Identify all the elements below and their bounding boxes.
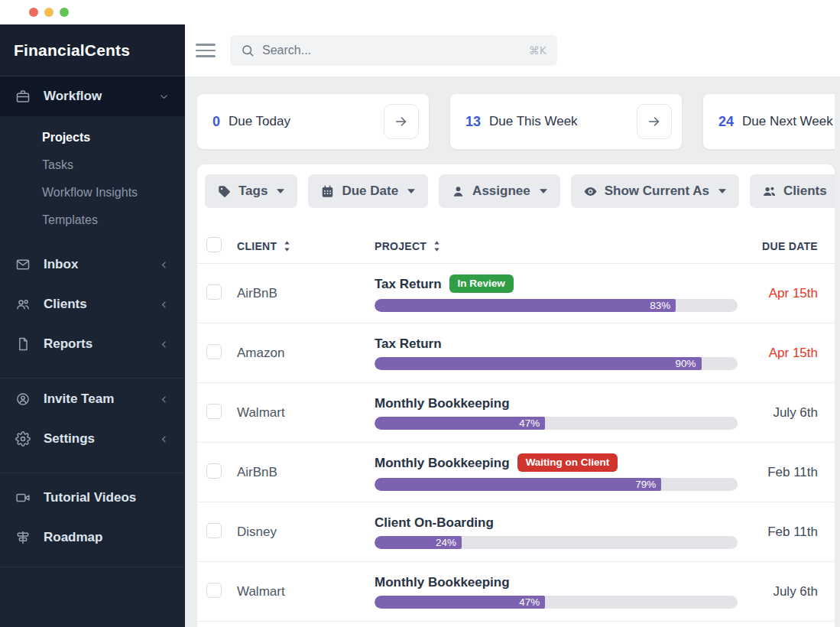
card-count: 13 [465, 114, 481, 130]
column-header-due-date[interactable]: DUE DATE [738, 240, 835, 252]
minimize-window-icon[interactable] [44, 8, 54, 17]
project-title[interactable]: Tax Return [375, 277, 442, 292]
person-icon [15, 391, 31, 407]
sidebar-item-workflow[interactable]: Workflow [0, 76, 185, 116]
sidebar-item-invite-team[interactable]: Invite Team [0, 379, 185, 419]
project-title[interactable]: Client On-Boarding [375, 515, 494, 531]
client-name: Disney [231, 525, 368, 540]
sidebar-item-reports[interactable]: Reports [0, 324, 185, 364]
column-header-project[interactable]: PROJECT [368, 240, 738, 252]
sidebar-subitem-projects[interactable]: Projects [0, 124, 185, 151]
sidebar-divider [0, 567, 185, 567]
filter-label: Tags [238, 184, 268, 199]
due-date: Apr 15th [738, 346, 835, 361]
sidebar-item-label: Roadmap [44, 530, 102, 545]
eye-icon [583, 184, 598, 199]
sidebar-nav-secondary: Invite TeamSettings [0, 379, 185, 459]
filter-button-assignee[interactable]: Assignee [439, 174, 560, 208]
sidebar-item-settings[interactable]: Settings [0, 419, 185, 459]
sidebar-item-inbox[interactable]: Inbox [0, 245, 185, 284]
progress-bar: 90% [375, 357, 738, 370]
sidebar-subitem-workflow-insights[interactable]: Workflow Insights [0, 179, 185, 206]
chevron-left-icon [158, 339, 170, 350]
sidebar-nav-main: InboxClientsReports [0, 245, 185, 364]
client-name: AirBnB [231, 465, 368, 480]
summary-card-due-next-week[interactable]: 24Due Next Week [703, 94, 835, 149]
due-date: July 6th [738, 584, 835, 599]
close-window-icon[interactable] [29, 8, 38, 17]
row-checkbox[interactable] [206, 523, 222, 538]
search-input[interactable] [262, 44, 521, 57]
client-name: AirBnB [231, 286, 368, 301]
filter-label: Assignee [472, 184, 530, 199]
client-name: Walmart [231, 584, 368, 599]
topbar: ⌘K [185, 24, 840, 76]
client-name: Walmart [231, 405, 368, 421]
filter-button-tags[interactable]: Tags [205, 174, 297, 208]
status-badge: Waiting on Client [517, 453, 618, 472]
sidebar-item-label: Inbox [44, 257, 78, 272]
filter-button-due-date[interactable]: Due Date [308, 174, 428, 208]
sidebar-item-label: Settings [44, 431, 95, 447]
table-row: AirBnBTax ReturnIn Review83%Apr 15th [197, 264, 835, 323]
sidebar-item-tutorial-videos[interactable]: Tutorial Videos [0, 478, 185, 518]
progress-label: 79% [635, 479, 656, 490]
gear-icon [15, 431, 31, 447]
summary-cards: 0Due Today13Due This Week24Due Next Week [197, 94, 835, 149]
keyboard-shortcut: ⌘K [529, 44, 546, 57]
content: 0Due Today13Due This Week24Due Next Week… [185, 76, 840, 627]
sidebar-item-label: Invite Team [44, 391, 114, 407]
filter-button-show-current-as[interactable]: Show Current As [571, 174, 739, 208]
project-title[interactable]: Monthly Bookkeeping [375, 456, 510, 471]
mail-icon [15, 257, 31, 272]
sidebar-item-clients[interactable]: Clients [0, 284, 185, 324]
progress-bar: 47% [375, 417, 738, 430]
search-icon [241, 44, 255, 57]
briefcase-icon [15, 89, 31, 104]
column-header-client[interactable]: CLIENT [231, 240, 368, 252]
projects-panel: TagsDue DateAssigneeShow Current AsClien… [197, 164, 835, 627]
summary-card-due-this-week[interactable]: 13Due This Week [450, 94, 682, 149]
progress-bar: 79% [375, 478, 738, 491]
sidebar-subitem-templates[interactable]: Templates [0, 206, 185, 234]
filter-label: Show Current As [605, 184, 709, 199]
users-icon [15, 297, 31, 312]
menu-icon[interactable] [196, 44, 216, 57]
chevron-down-icon [158, 91, 170, 102]
arrow-right-button[interactable] [384, 104, 419, 139]
main-area: ⌘K 0Due Today13Due This Week24Due Next W… [185, 24, 840, 627]
project-title[interactable]: Tax Return [375, 336, 442, 352]
chevron-left-icon [158, 299, 170, 310]
row-checkbox[interactable] [206, 583, 222, 598]
row-checkbox[interactable] [206, 463, 222, 479]
document-icon [15, 336, 31, 352]
client-name: Amazon [231, 346, 368, 361]
sidebar-divider [0, 473, 185, 473]
sort-icon [433, 240, 441, 252]
sidebar-item-roadmap[interactable]: Roadmap [0, 518, 185, 557]
sidebar-item-label: Tutorial Videos [44, 490, 136, 505]
row-checkbox[interactable] [206, 284, 222, 300]
filter-button-clients[interactable]: Clients [750, 174, 835, 208]
signpost-icon [15, 530, 31, 545]
project-title[interactable]: Monthly Bookkeeping [375, 575, 510, 590]
summary-card-due-today[interactable]: 0Due Today [197, 94, 429, 149]
select-all-checkbox[interactable] [206, 237, 222, 252]
maximize-window-icon[interactable] [60, 8, 69, 17]
app-logo: FinancialCents [0, 24, 185, 76]
sidebar-item-label: Workflow [44, 89, 102, 104]
project-title[interactable]: Monthly Bookkeeping [375, 396, 510, 411]
video-icon [15, 490, 31, 505]
card-label: Due Today [229, 114, 290, 129]
row-checkbox[interactable] [206, 404, 222, 419]
row-checkbox[interactable] [206, 344, 222, 359]
due-date: Apr 15th [738, 286, 835, 301]
chevron-left-icon [158, 394, 170, 405]
arrow-right-button[interactable] [637, 104, 672, 139]
users-filled-icon [762, 184, 777, 199]
progress-label: 47% [519, 417, 540, 429]
table-row: AmazonTax Return90%Apr 15th [197, 323, 835, 383]
progress-label: 24% [436, 537, 456, 548]
sidebar-subitem-tasks[interactable]: Tasks [0, 151, 185, 179]
tag-icon [217, 184, 232, 199]
